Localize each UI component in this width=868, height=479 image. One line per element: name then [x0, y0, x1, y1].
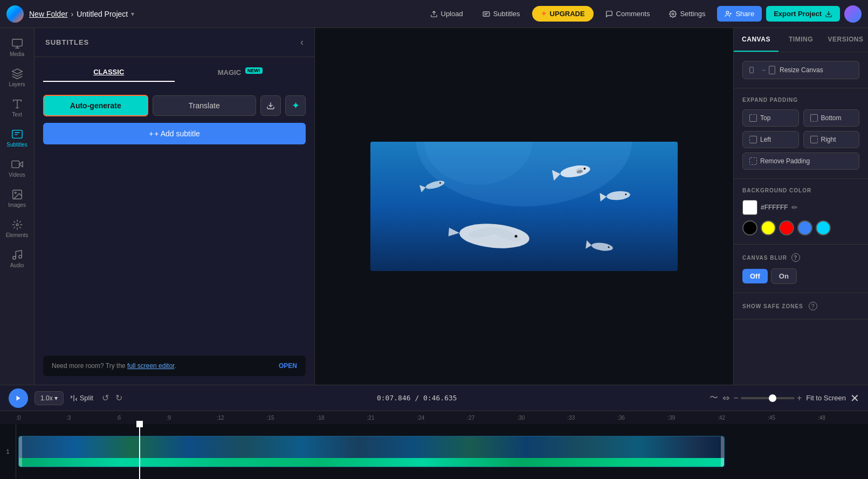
- safe-zones-title: SHOW SAFE ZONES: [742, 303, 803, 309]
- blur-toggle: Off On: [742, 268, 859, 284]
- remove-padding-button[interactable]: Remove Padding: [742, 152, 859, 170]
- elements-icon: [11, 219, 23, 231]
- zoom-controls: − +: [734, 393, 802, 403]
- panel-header: SUBTITLES ‹: [35, 28, 314, 57]
- undo-button[interactable]: ↺: [100, 391, 111, 405]
- play-button[interactable]: [9, 388, 28, 408]
- time-display: 0:07.846 / 0:46.635: [131, 394, 703, 402]
- add-subtitle-button[interactable]: + + Add subtitle: [43, 123, 306, 144]
- tab-versions[interactable]: VERSIONS: [823, 28, 868, 52]
- panel-hint: Need more room? Try the full screen edit…: [43, 356, 306, 376]
- zoom-out-button[interactable]: −: [734, 393, 739, 403]
- share-button[interactable]: Share: [717, 6, 762, 22]
- canvas-area: [315, 28, 733, 385]
- settings-button[interactable]: Settings: [662, 6, 713, 22]
- autogenerate-button[interactable]: Auto-generate: [43, 95, 148, 116]
- panel-title: SUBTITLES: [45, 38, 89, 46]
- export-icon: [825, 10, 832, 18]
- color-hex: #FFFFFF: [761, 204, 788, 211]
- open-editor-button[interactable]: OPEN: [279, 362, 297, 370]
- import-subtitle-button[interactable]: [260, 95, 281, 116]
- svg-point-17: [15, 192, 16, 193]
- tab-canvas[interactable]: CANVAS: [734, 28, 779, 52]
- split-icon: [70, 394, 78, 402]
- ruler-mark-3: :9: [167, 415, 217, 421]
- redo-button[interactable]: ↻: [113, 391, 125, 405]
- ruler-mark-5: :15: [267, 415, 317, 421]
- svg-rect-13: [12, 130, 22, 138]
- right-panel: CANVAS TIMING VERSIONS → Resize Canvas E…: [733, 28, 868, 385]
- timeline-controls: 1.0x ▾ Split ↺ ↻ 0:07.846 / 0:46.635 〜 ⇔…: [0, 385, 868, 411]
- sidebar-item-layers[interactable]: Layers: [0, 63, 34, 93]
- sidebar-item-images[interactable]: Images: [0, 183, 34, 213]
- clip-right-handle[interactable]: [721, 436, 724, 467]
- breadcrumb-chevron[interactable]: ▾: [131, 10, 134, 18]
- color-swatch-cyan[interactable]: [816, 220, 831, 235]
- sidebar-item-text[interactable]: Text: [0, 93, 34, 123]
- color-swatch-red[interactable]: [779, 220, 794, 235]
- safe-zones-info-icon[interactable]: ?: [809, 302, 817, 310]
- blur-info-icon[interactable]: ?: [791, 253, 800, 262]
- ruler-mark-6: :18: [317, 415, 367, 421]
- sidebar-item-audio[interactable]: Audio: [0, 244, 34, 274]
- text-icon: [11, 98, 23, 110]
- safe-zones-section: SHOW SAFE ZONES ?: [734, 293, 868, 320]
- svg-marker-10: [12, 69, 22, 74]
- expand-left-button[interactable]: Left: [742, 131, 799, 148]
- ruler-mark-4: :12: [217, 415, 267, 421]
- svg-point-19: [12, 256, 16, 260]
- fullscreen-editor-link[interactable]: full screen editor: [127, 362, 174, 370]
- speed-button[interactable]: 1.0x ▾: [35, 391, 64, 405]
- ruler-mark-15: :45: [768, 415, 818, 421]
- panel-close-button[interactable]: ‹: [300, 37, 304, 48]
- breadcrumb-folder[interactable]: New Folder: [29, 10, 68, 18]
- expand-right-button[interactable]: Right: [803, 131, 860, 148]
- blur-off-button[interactable]: Off: [742, 269, 768, 283]
- color-swatch-black[interactable]: [742, 220, 757, 235]
- sidebar-item-videos[interactable]: Videos: [0, 153, 34, 183]
- tab-magic[interactable]: MAGIC NEW!: [175, 64, 306, 82]
- svg-point-4: [672, 13, 674, 15]
- expand-padding-section: EXPAND PADDING Top Bottom Left Right: [734, 88, 868, 179]
- upload-icon: [430, 10, 438, 18]
- upgrade-button[interactable]: ✦ UPGRADE: [532, 6, 594, 22]
- magic-button[interactable]: ✦: [285, 95, 306, 116]
- resize-canvas-button[interactable]: → Resize Canvas: [742, 61, 859, 79]
- close-timeline-button[interactable]: ✕: [850, 392, 859, 405]
- sidebar-item-subtitles[interactable]: Subtitles: [0, 123, 34, 153]
- videos-icon: [11, 158, 23, 170]
- edit-color-button[interactable]: ✏: [791, 203, 798, 212]
- color-swatch-yellow[interactable]: [761, 220, 776, 235]
- subtitles-button[interactable]: Subtitles: [475, 6, 528, 22]
- comments-button[interactable]: Comments: [598, 6, 658, 22]
- sidebar-item-elements[interactable]: Elements: [0, 213, 34, 244]
- ruler-mark-13: :39: [667, 415, 718, 421]
- translate-button[interactable]: Translate: [153, 95, 257, 116]
- subtitles-sidebar-icon: [11, 128, 23, 140]
- tab-timing[interactable]: TIMING: [779, 28, 823, 52]
- sidebar-item-media[interactable]: Media: [0, 32, 34, 63]
- avatar[interactable]: [844, 5, 862, 23]
- tab-classic[interactable]: CLASSIC: [43, 64, 175, 82]
- color-swatch-blue[interactable]: [797, 220, 812, 235]
- remove-padding-icon: [749, 157, 757, 165]
- svg-rect-45: [769, 66, 775, 74]
- ruler-mark-12: :36: [617, 415, 667, 421]
- svg-point-5: [726, 11, 729, 13]
- split-button[interactable]: Split: [70, 394, 93, 402]
- undo-redo: ↺ ↻: [100, 391, 125, 405]
- fit-screen-button[interactable]: Fit to Screen: [806, 394, 846, 402]
- blur-on-button[interactable]: On: [771, 268, 797, 284]
- zoom-slider[interactable]: [741, 397, 795, 399]
- upload-button[interactable]: Upload: [423, 6, 471, 22]
- video-thumbnails: [19, 436, 724, 459]
- video-clip[interactable]: [18, 436, 725, 467]
- clip-left-handle[interactable]: [19, 436, 22, 467]
- export-button[interactable]: Export Project: [766, 6, 840, 22]
- zoom-in-button[interactable]: +: [797, 393, 802, 403]
- expand-top-button[interactable]: Top: [742, 109, 799, 127]
- panel-tabs: CLASSIC MAGIC NEW!: [35, 57, 314, 88]
- expand-bottom-button[interactable]: Bottom: [803, 109, 860, 127]
- video-preview: [370, 142, 678, 271]
- share-icon: [725, 10, 732, 18]
